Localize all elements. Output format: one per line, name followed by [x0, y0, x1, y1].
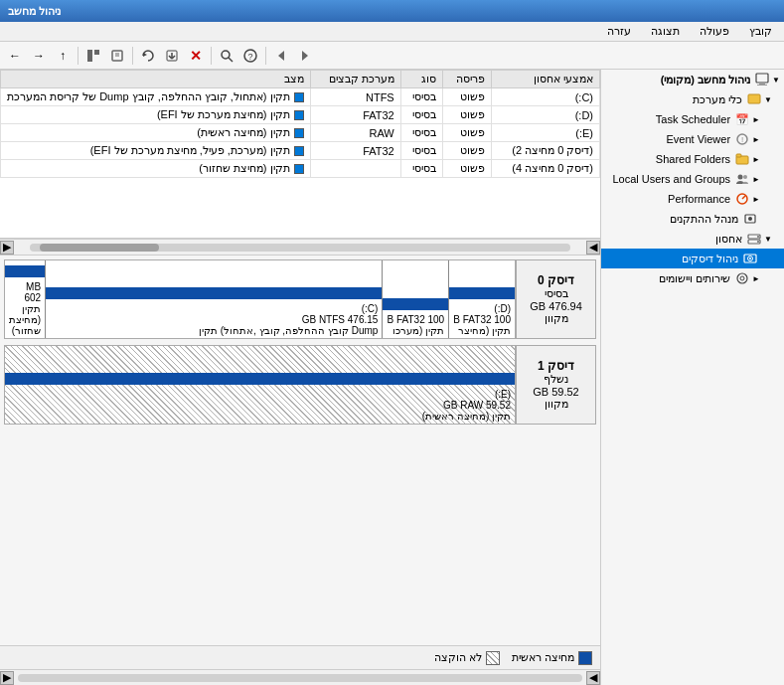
svg-rect-18	[757, 85, 767, 86]
svg-point-24	[738, 175, 743, 180]
disk-0-pd-size: B FAT32 100	[453, 314, 511, 325]
sidebar-item-storage[interactable]: ▼ אחסון	[601, 229, 784, 249]
forward-button[interactable]: →	[28, 45, 50, 67]
disk-0-partition-c[interactable]: (C:) GB NTFS 476.15 Dump קובץ ההחלפה, קו…	[46, 260, 383, 338]
device-mgr-icon	[742, 211, 758, 227]
sidebar-label-shared: Shared Folders	[656, 153, 730, 165]
delete-icon: ✕	[190, 48, 202, 64]
h-scroll-track	[30, 244, 570, 252]
show-hide-button[interactable]	[82, 45, 104, 67]
svg-point-32	[757, 236, 759, 238]
sidebar-item-tools[interactable]: ▼ כלי מערכת	[601, 89, 784, 109]
sidebar-item-disk-mgmt[interactable]: ניהול דיסקים	[601, 249, 784, 268]
svg-text:?: ?	[247, 52, 252, 62]
bottom-scrollbar[interactable]: ◀ ▶	[0, 669, 600, 685]
export-button[interactable]	[161, 45, 183, 67]
svg-point-38	[740, 276, 744, 280]
expand-arrow-services: ►	[752, 274, 760, 283]
svg-marker-5	[143, 53, 147, 57]
disk-0-size: GB 476.94	[530, 300, 582, 312]
expand-arrow-task: ►	[752, 115, 760, 124]
h-scrollbar[interactable]: ◀ ▶	[0, 239, 600, 255]
sidebar-item-computer-mgmt[interactable]: ▼ ניהול מחשב (מקומי)	[601, 70, 784, 89]
table-row[interactable]: (דיסק 0 מחיצה 2)פשוטבסיסיFAT32תקין (מערכ…	[1, 142, 600, 160]
menu-item-file[interactable]: קובץ	[745, 23, 776, 40]
sidebar: ▼ ניהול מחשב (מקומי) ▼ כלי מערכת ► 📅 Tas…	[600, 70, 784, 685]
menu-item-view[interactable]: תצוגה	[647, 23, 684, 40]
h-scroll-thumb[interactable]	[40, 244, 159, 252]
disk-1-row: דיסק 1 נשלף GB 59.52 מקוון (E:) GB RAW 5…	[4, 345, 596, 425]
col-status[interactable]: מצב	[1, 71, 311, 88]
perf-icon	[734, 191, 750, 207]
sidebar-item-local-users[interactable]: ► Local Users and Groups	[601, 169, 784, 189]
disk-1-partition-e[interactable]: (E:) GB RAW 59.52 תקין (מחיצה ראשית)	[5, 346, 516, 424]
svg-marker-14	[278, 51, 284, 61]
sidebar-item-event-viewer[interactable]: ► ! Event Viewer	[601, 129, 784, 149]
sidebar-label-device: מנהל ההתקנים	[670, 213, 738, 226]
svg-rect-23	[736, 154, 741, 157]
svg-rect-16	[756, 74, 768, 83]
sidebar-label-services: שירותים ויישומים	[659, 272, 730, 285]
table-row[interactable]: (דיסק 0 מחיצה 4)פשוטבסיסיתקין (מחיצת שחז…	[1, 160, 600, 178]
svg-point-10	[222, 51, 230, 59]
disk-1-partitions: (E:) GB RAW 59.52 תקין (מחיצה ראשית)	[5, 346, 516, 424]
svg-point-36	[749, 257, 751, 259]
disk-0-partition-d[interactable]: (D:) B FAT32 100 תקין (מחיצר	[449, 260, 516, 338]
disk-0-p1-status: תקין (מחיצת שחזור)	[9, 303, 41, 336]
menu-bar: קובץ פעולה תצוגה עזרה	[0, 22, 784, 42]
disk-0-pc-header	[46, 287, 382, 299]
col-device[interactable]: אמצעי אחסון	[491, 71, 599, 88]
disk-0-p1-header	[5, 265, 45, 277]
col-type[interactable]: סוג	[400, 71, 443, 88]
disk-0-pc-status: Dump קובץ ההחלפה, קובץ ,אתחול) תקין	[50, 325, 378, 336]
disk-0-partition-3[interactable]: B FAT32 100 תקין (מערכו	[383, 260, 449, 338]
legend-unallocated-label: לא הוקצה	[434, 651, 482, 664]
refresh-button[interactable]	[137, 45, 159, 67]
scroll-left-bottom-btn[interactable]: ◀	[586, 671, 600, 685]
disk-1-title: דיסק 1	[538, 359, 574, 373]
delete-button[interactable]: ✕	[185, 45, 207, 67]
back-button[interactable]: ←	[4, 45, 26, 67]
nav-back-button[interactable]	[270, 45, 292, 67]
nav-forward-button[interactable]	[294, 45, 316, 67]
menu-item-action[interactable]: פעולה	[696, 23, 733, 40]
search-button[interactable]	[216, 45, 237, 67]
expand-arrow-computer: ▼	[772, 76, 780, 85]
help-button[interactable]: ?	[239, 45, 261, 67]
legend-primary-label: מחיצה ראשית	[512, 651, 574, 664]
svg-text:!: !	[741, 135, 743, 144]
col-layout[interactable]: פריסה	[443, 71, 491, 88]
toolbar-sep-4	[265, 47, 266, 65]
scroll-left-btn[interactable]: ◀	[586, 241, 600, 255]
disk-mgmt-icon	[742, 251, 758, 266]
title-bar: ניהול מחשב	[0, 0, 784, 22]
table-row[interactable]: (C:)פשוטבסיסיNTFSתקין (אתחול, קובץ ההחלפ…	[1, 88, 600, 106]
col-fs[interactable]: מערכת קבצים	[310, 71, 400, 88]
disk-0-partition-1[interactable]: MB 602 תקין (מחיצת שחזור)	[5, 260, 46, 338]
sidebar-item-device-mgr[interactable]: מנהל ההתקנים	[601, 209, 784, 229]
partitions-table: אמצעי אחסון פריסה סוג מערכת קבצים מצב (C…	[0, 70, 600, 178]
menu-item-help[interactable]: עזרה	[603, 23, 635, 40]
disk-0-pd-label: (D:)	[453, 303, 511, 314]
scroll-right-btn[interactable]: ▶	[0, 241, 14, 255]
sidebar-item-performance[interactable]: ► Performance	[601, 189, 784, 209]
task-icon: 📅	[734, 111, 750, 127]
expand-arrow-storage: ▼	[764, 235, 772, 244]
legend-primary-box	[578, 651, 592, 665]
disk-1-pe-header	[5, 373, 515, 385]
table-row[interactable]: (D:)פשוטבסיסיFAT32תקין (מחיצת מערכת של E…	[1, 106, 600, 124]
disk-0-partitions: MB 602 תקין (מחיצת שחזור) (C:) GB NTFS 4…	[5, 260, 516, 338]
legend-primary: מחיצה ראשית	[512, 651, 592, 665]
sidebar-item-shared-folders[interactable]: ► Shared Folders	[601, 149, 784, 169]
scroll-right-bottom-btn[interactable]: ▶	[0, 671, 14, 685]
svg-line-27	[742, 196, 745, 199]
toolbar-sep-3	[211, 47, 212, 65]
properties-button[interactable]	[106, 45, 128, 67]
table-row[interactable]: (E:)פשוטבסיסיRAWתקין (מחיצה ראשית)	[1, 124, 600, 142]
toolbar: ← → ↑ ✕ ?	[0, 42, 784, 70]
sidebar-item-task-scheduler[interactable]: ► 📅 Task Scheduler	[601, 109, 784, 129]
disk-1-pe-status: תקין (מחיצה ראשית)	[9, 411, 511, 422]
sidebar-item-services[interactable]: ► שירותים ויישומים	[601, 268, 784, 288]
svg-marker-15	[302, 51, 308, 61]
up-button[interactable]: ↑	[52, 45, 74, 67]
